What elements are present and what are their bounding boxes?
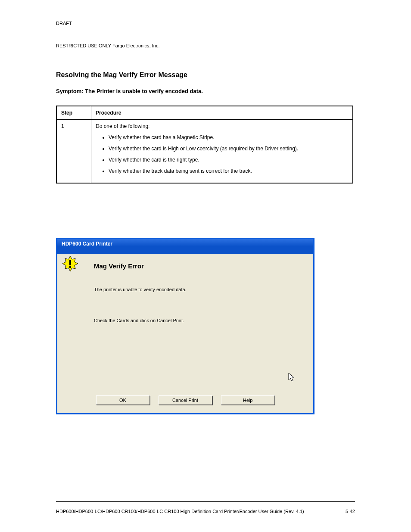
cancel-print-button[interactable]: Cancel Print bbox=[159, 395, 212, 405]
section-subtitle: Symptom: The Printer is unable to verify… bbox=[56, 88, 203, 94]
footer-divider bbox=[56, 501, 355, 502]
ok-button[interactable]: OK bbox=[96, 395, 150, 405]
dialog-titlebar[interactable]: HDP600 Card Printer bbox=[57, 238, 313, 254]
footer-page-number: 5-42 bbox=[346, 509, 355, 514]
dialog-heading: Mag Verify Error bbox=[94, 262, 305, 270]
dialog-button-row: OK Cancel Print Help bbox=[57, 392, 313, 413]
list-item: Verify whether the card has a Magnetic S… bbox=[109, 134, 348, 140]
dialog-message-2: Check the Cards and click on Cancel Prin… bbox=[94, 318, 305, 323]
list-item: Verify whether the card is High or Low c… bbox=[109, 146, 348, 152]
help-button[interactable]: Help bbox=[221, 395, 275, 405]
footer-left: HDP600/HDP600-LC/HDP600 CR100/HDP600-LC … bbox=[56, 509, 304, 514]
cursor-icon bbox=[288, 373, 296, 383]
error-dialog: HDP600 Card Printer Mag Verify Error The… bbox=[56, 238, 314, 414]
dialog-body: Mag Verify Error The printer is unable t… bbox=[57, 254, 313, 392]
td-step-1: 1 bbox=[57, 120, 91, 183]
procedure-table: Step Procedure 1 Do one of the following… bbox=[56, 106, 353, 184]
dialog-message-1: The printer is unable to verify encoded … bbox=[94, 287, 305, 292]
th-step: Step bbox=[57, 106, 91, 120]
procedure-lead: Do one of the following: bbox=[96, 123, 348, 129]
th-procedure: Procedure bbox=[91, 106, 353, 120]
doc-header: DRAFT bbox=[56, 21, 355, 26]
list-item: Verify whether the track data being sent… bbox=[109, 168, 348, 174]
section-title: Resolving the Mag Verify Error Message bbox=[56, 71, 187, 79]
list-item: Verify whether the card is the right typ… bbox=[109, 157, 348, 163]
table-row: 1 Do one of the following: Verify whethe… bbox=[57, 120, 353, 183]
restricted-line: RESTRICTED USE ONLY Fargo Electronics, I… bbox=[56, 43, 159, 48]
td-procedure-1: Do one of the following: Verify whether … bbox=[91, 120, 353, 183]
table-header-row: Step Procedure bbox=[57, 106, 353, 120]
